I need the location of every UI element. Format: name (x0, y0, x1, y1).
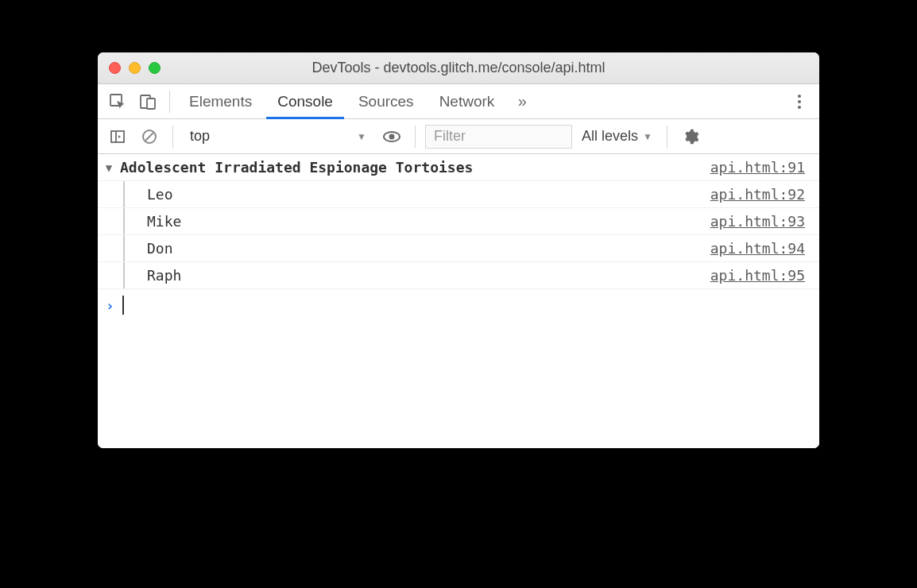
log-text: Leo (147, 186, 173, 203)
tab-console[interactable]: Console (266, 84, 344, 119)
log-text: Raph (147, 267, 181, 284)
traffic-lights (98, 62, 161, 74)
filter-input[interactable] (425, 125, 572, 149)
devtools-window: DevTools - devtools.glitch.me/console/ap… (98, 52, 819, 448)
divider (667, 126, 667, 148)
console-output: ▼ Adolescent Irradiated Espionage Tortoi… (98, 154, 819, 448)
svg-rect-6 (111, 131, 124, 142)
minimize-window-button[interactable] (129, 62, 141, 74)
disclosure-triangle-icon[interactable]: ▼ (98, 161, 120, 174)
settings-icon[interactable] (677, 123, 704, 150)
svg-point-4 (798, 100, 801, 103)
svg-point-5 (798, 106, 801, 109)
device-toolbar-icon[interactable] (134, 88, 161, 115)
console-prompt[interactable]: › (98, 289, 819, 321)
text-cursor (122, 296, 124, 315)
svg-point-3 (798, 95, 801, 98)
context-label: top (190, 128, 210, 145)
source-link[interactable]: api.html:92 (710, 186, 811, 203)
log-text: Mike (147, 213, 181, 230)
window-title: DevTools - devtools.glitch.me/console/ap… (98, 60, 819, 76)
divider (172, 126, 173, 148)
chevron-down-icon: ▼ (357, 131, 366, 142)
close-window-button[interactable] (109, 62, 121, 74)
svg-point-9 (389, 133, 395, 139)
inspect-element-icon[interactable] (104, 88, 131, 115)
log-levels-select[interactable]: All levels ▼ (577, 128, 657, 145)
clear-console-icon[interactable] (136, 123, 163, 150)
console-log-row: Leo api.html:92 (98, 181, 819, 208)
source-link[interactable]: api.html:94 (710, 240, 811, 257)
kebab-menu-icon[interactable] (786, 88, 813, 115)
toggle-sidebar-icon[interactable] (104, 123, 131, 150)
console-group-header[interactable]: ▼ Adolescent Irradiated Espionage Tortoi… (98, 154, 819, 181)
tab-elements[interactable]: Elements (178, 84, 263, 119)
more-tabs-icon[interactable]: » (509, 88, 536, 115)
console-log-row: Mike api.html:93 (98, 208, 819, 235)
svg-rect-2 (147, 99, 155, 109)
live-expression-icon[interactable] (378, 123, 405, 150)
divider (169, 91, 170, 113)
titlebar: DevTools - devtools.glitch.me/console/ap… (98, 52, 819, 84)
execution-context-select[interactable]: top ▼ (183, 125, 373, 148)
zoom-window-button[interactable] (149, 62, 161, 74)
source-link[interactable]: api.html:91 (710, 159, 811, 176)
source-link[interactable]: api.html:95 (710, 267, 811, 284)
log-text: Don (147, 240, 173, 257)
chevron-down-icon: ▼ (643, 131, 652, 142)
divider (415, 126, 416, 148)
main-tabs: Elements Console Sources Network » (98, 84, 819, 119)
console-toolbar: top ▼ All levels ▼ (98, 119, 819, 154)
console-log-row: Raph api.html:95 (98, 262, 819, 289)
group-label: Adolescent Irradiated Espionage Tortoise… (120, 159, 473, 176)
levels-label: All levels (582, 128, 638, 145)
source-link[interactable]: api.html:93 (710, 213, 811, 230)
console-log-row: Don api.html:94 (98, 235, 819, 262)
tab-sources[interactable]: Sources (347, 84, 425, 119)
tab-network[interactable]: Network (428, 84, 506, 119)
prompt-caret-icon: › (106, 297, 114, 314)
